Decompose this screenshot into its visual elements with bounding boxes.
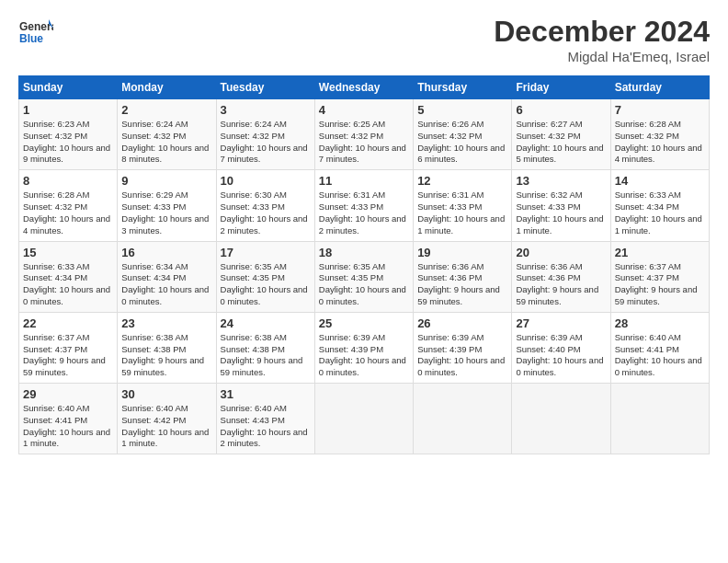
day-info: Sunrise: 6:34 AMSunset: 4:34 PMDaylight:… — [121, 261, 211, 308]
table-cell: 8 Sunrise: 6:28 AMSunset: 4:32 PMDayligh… — [19, 170, 118, 241]
table-cell: 5 Sunrise: 6:26 AMSunset: 4:32 PMDayligh… — [414, 99, 512, 170]
table-cell: 21 Sunrise: 6:37 AMSunset: 4:37 PMDaylig… — [610, 241, 709, 312]
day-number: 22 — [23, 316, 113, 330]
day-number: 30 — [121, 387, 211, 401]
table-cell: 12 Sunrise: 6:31 AMSunset: 4:33 PMDaylig… — [414, 170, 512, 241]
day-number: 26 — [417, 316, 507, 330]
table-cell: 10 Sunrise: 6:30 AMSunset: 4:33 PMDaylig… — [216, 170, 314, 241]
table-cell: 11 Sunrise: 6:31 AMSunset: 4:33 PMDaylig… — [314, 170, 413, 241]
header: General Blue December 2024 Migdal Ha'Eme… — [18, 15, 710, 64]
table-cell: 27 Sunrise: 6:39 AMSunset: 4:40 PMDaylig… — [512, 312, 610, 383]
day-number: 24 — [221, 316, 311, 330]
table-cell: 26 Sunrise: 6:39 AMSunset: 4:39 PMDaylig… — [414, 312, 512, 383]
day-number: 27 — [516, 316, 606, 330]
table-cell: 7 Sunrise: 6:28 AMSunset: 4:32 PMDayligh… — [610, 99, 709, 170]
day-info: Sunrise: 6:25 AMSunset: 4:32 PMDaylight:… — [319, 119, 409, 166]
day-number: 1 — [23, 103, 113, 117]
table-cell: 24 Sunrise: 6:38 AMSunset: 4:38 PMDaylig… — [216, 312, 314, 383]
day-number: 28 — [615, 316, 705, 330]
day-number: 8 — [23, 174, 113, 188]
day-info: Sunrise: 6:29 AMSunset: 4:33 PMDaylight:… — [121, 190, 211, 236]
calendar-row: 8 Sunrise: 6:28 AMSunset: 4:32 PMDayligh… — [19, 170, 710, 241]
day-info: Sunrise: 6:39 AMSunset: 4:39 PMDaylight:… — [417, 332, 507, 379]
table-cell: 19 Sunrise: 6:36 AMSunset: 4:36 PMDaylig… — [414, 241, 512, 312]
table-cell: 2 Sunrise: 6:24 AMSunset: 4:32 PMDayligh… — [118, 99, 216, 170]
day-info: Sunrise: 6:37 AMSunset: 4:37 PMDaylight:… — [23, 332, 113, 379]
header-tuesday: Tuesday — [216, 76, 314, 99]
day-number: 18 — [319, 246, 409, 259]
table-cell: 18 Sunrise: 6:35 AMSunset: 4:35 PMDaylig… — [314, 241, 413, 312]
day-info: Sunrise: 6:39 AMSunset: 4:40 PMDaylight:… — [516, 332, 606, 379]
page: General Blue December 2024 Migdal Ha'Eme… — [0, 0, 728, 464]
day-number: 23 — [121, 316, 211, 330]
day-info: Sunrise: 6:36 AMSunset: 4:36 PMDaylight:… — [417, 261, 507, 308]
day-info: Sunrise: 6:24 AMSunset: 4:32 PMDaylight:… — [121, 119, 211, 166]
day-number: 25 — [319, 316, 409, 330]
location: Migdal Ha'Emeq, Israel — [494, 49, 710, 64]
table-cell: 16 Sunrise: 6:34 AMSunset: 4:34 PMDaylig… — [118, 241, 216, 312]
weekday-header-row: Sunday Monday Tuesday Wednesday Thursday… — [19, 76, 710, 99]
day-number: 20 — [516, 246, 606, 259]
table-cell: 25 Sunrise: 6:39 AMSunset: 4:39 PMDaylig… — [314, 312, 413, 383]
header-friday: Friday — [512, 76, 610, 99]
day-number: 7 — [615, 103, 705, 117]
table-cell: 9 Sunrise: 6:29 AMSunset: 4:33 PMDayligh… — [118, 170, 216, 241]
day-number: 19 — [417, 246, 507, 259]
header-monday: Monday — [118, 76, 216, 99]
table-cell: 28 Sunrise: 6:40 AMSunset: 4:41 PMDaylig… — [610, 312, 709, 383]
day-number: 29 — [23, 387, 113, 401]
table-cell: 4 Sunrise: 6:25 AMSunset: 4:32 PMDayligh… — [314, 99, 413, 170]
calendar-row: 1 Sunrise: 6:23 AMSunset: 4:32 PMDayligh… — [19, 99, 710, 170]
day-number: 10 — [221, 174, 311, 188]
header-sunday: Sunday — [19, 76, 118, 99]
day-info: Sunrise: 6:40 AMSunset: 4:41 PMDaylight:… — [23, 403, 113, 450]
calendar-row: 15 Sunrise: 6:33 AMSunset: 4:34 PMDaylig… — [19, 241, 710, 312]
day-info: Sunrise: 6:27 AMSunset: 4:32 PMDaylight:… — [516, 119, 606, 166]
calendar-table: Sunday Monday Tuesday Wednesday Thursday… — [18, 75, 710, 454]
day-info: Sunrise: 6:35 AMSunset: 4:35 PMDaylight:… — [319, 261, 409, 308]
table-cell — [610, 384, 709, 454]
day-info: Sunrise: 6:23 AMSunset: 4:32 PMDaylight:… — [23, 119, 113, 166]
table-cell: 14 Sunrise: 6:33 AMSunset: 4:34 PMDaylig… — [610, 170, 709, 241]
day-info: Sunrise: 6:31 AMSunset: 4:33 PMDaylight:… — [417, 190, 507, 236]
day-info: Sunrise: 6:35 AMSunset: 4:35 PMDaylight:… — [221, 261, 311, 308]
day-info: Sunrise: 6:30 AMSunset: 4:33 PMDaylight:… — [221, 190, 311, 236]
header-thursday: Thursday — [414, 76, 512, 99]
day-info: Sunrise: 6:38 AMSunset: 4:38 PMDaylight:… — [221, 332, 311, 379]
day-info: Sunrise: 6:39 AMSunset: 4:39 PMDaylight:… — [319, 332, 409, 379]
day-number: 12 — [417, 174, 507, 188]
day-number: 31 — [221, 387, 311, 401]
calendar-row: 22 Sunrise: 6:37 AMSunset: 4:37 PMDaylig… — [19, 312, 710, 383]
logo-graphic: General Blue — [18, 15, 53, 50]
day-info: Sunrise: 6:26 AMSunset: 4:32 PMDaylight:… — [417, 119, 507, 166]
day-info: Sunrise: 6:40 AMSunset: 4:41 PMDaylight:… — [615, 332, 705, 379]
table-cell: 23 Sunrise: 6:38 AMSunset: 4:38 PMDaylig… — [118, 312, 216, 383]
day-number: 9 — [121, 174, 211, 188]
table-cell: 6 Sunrise: 6:27 AMSunset: 4:32 PMDayligh… — [512, 99, 610, 170]
day-number: 11 — [319, 174, 409, 188]
day-number: 17 — [221, 246, 311, 259]
day-info: Sunrise: 6:37 AMSunset: 4:37 PMDaylight:… — [615, 261, 705, 308]
day-number: 3 — [221, 103, 311, 117]
logo: General Blue — [18, 15, 53, 50]
table-cell — [512, 384, 610, 454]
calendar-body: 1 Sunrise: 6:23 AMSunset: 4:32 PMDayligh… — [19, 99, 710, 454]
table-cell: 20 Sunrise: 6:36 AMSunset: 4:36 PMDaylig… — [512, 241, 610, 312]
table-cell: 22 Sunrise: 6:37 AMSunset: 4:37 PMDaylig… — [19, 312, 118, 383]
table-cell: 3 Sunrise: 6:24 AMSunset: 4:32 PMDayligh… — [216, 99, 314, 170]
day-number: 14 — [615, 174, 705, 188]
table-cell: 13 Sunrise: 6:32 AMSunset: 4:33 PMDaylig… — [512, 170, 610, 241]
day-info: Sunrise: 6:24 AMSunset: 4:32 PMDaylight:… — [221, 119, 311, 166]
header-saturday: Saturday — [610, 76, 709, 99]
day-info: Sunrise: 6:31 AMSunset: 4:33 PMDaylight:… — [319, 190, 409, 236]
day-number: 16 — [121, 246, 211, 259]
day-number: 4 — [319, 103, 409, 117]
month-title: December 2024 — [494, 15, 710, 49]
day-info: Sunrise: 6:28 AMSunset: 4:32 PMDaylight:… — [23, 190, 113, 236]
day-number: 6 — [516, 103, 606, 117]
table-cell — [314, 384, 413, 454]
table-cell: 31 Sunrise: 6:40 AMSunset: 4:43 PMDaylig… — [216, 384, 314, 454]
table-cell — [414, 384, 512, 454]
day-info: Sunrise: 6:40 AMSunset: 4:42 PMDaylight:… — [121, 403, 211, 450]
day-info: Sunrise: 6:40 AMSunset: 4:43 PMDaylight:… — [221, 403, 311, 450]
